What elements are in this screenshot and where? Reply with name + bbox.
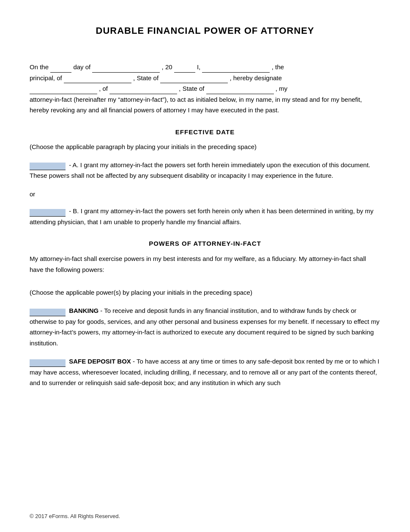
or-text: or <box>30 189 380 200</box>
powers-intro-text: My attorney-in-fact shall exercise power… <box>30 253 380 275</box>
date-field[interactable] <box>92 65 160 73</box>
principal-address-field[interactable] <box>64 76 131 83</box>
day-field[interactable] <box>50 65 71 73</box>
my-text: , my <box>276 85 287 92</box>
effective-date-choose-note: (Choose the applicable paragraph by plac… <box>30 142 380 152</box>
principal-name-field[interactable] <box>202 65 270 73</box>
option-b-text: - B. I grant my attorney-in-fact the pow… <box>30 207 374 225</box>
state-1-field[interactable] <box>160 76 228 83</box>
footer: © 2017 eForms. All Rights Reserved. <box>30 513 120 519</box>
of-day-text: day of <box>73 63 92 71</box>
option-a-block: - A. I grant my attorney-in-fact the pow… <box>30 160 380 181</box>
the-principal-text: , the <box>272 63 284 71</box>
principal-of-text: principal, of <box>30 74 64 81</box>
intro-paragraph: On the day of , 20 I, , the principal, o… <box>30 62 380 116</box>
of-text: , of <box>99 85 109 92</box>
safe-deposit-label: SAFE DEPOSIT BOX <box>69 358 131 365</box>
state-of-2-text: , State of <box>179 85 206 92</box>
initials-field-banking[interactable] <box>30 309 66 316</box>
initials-field-a[interactable] <box>30 163 66 170</box>
safe-deposit-block: SAFE DEPOSIT BOX - To have access at any… <box>30 356 380 388</box>
effective-date-header: EFFECTIVE DATE <box>30 128 380 136</box>
i-text: I, <box>197 63 202 71</box>
year-prefix: , 20 <box>162 63 172 71</box>
document-title: DURABLE FINANCIAL POWER OF ATTORNEY <box>30 25 380 36</box>
powers-choose-note: (Choose the applicable power(s) by placi… <box>30 288 380 298</box>
state-of-1-text: , State of <box>133 74 160 81</box>
initials-field-safe-deposit[interactable] <box>30 359 66 367</box>
initials-field-b[interactable] <box>30 209 66 217</box>
document-page: DURABLE FINANCIAL POWER OF ATTORNEY On t… <box>0 0 410 532</box>
banking-label: BANKING <box>69 307 98 314</box>
option-a-text: - A. I grant my attorney-in-fact the pow… <box>30 161 370 179</box>
designee-address-field[interactable] <box>109 87 177 94</box>
state-2-field[interactable] <box>206 87 274 94</box>
year-field[interactable] <box>174 65 195 73</box>
powers-header: POWERS OF ATTORNEY-IN-FACT <box>30 240 380 247</box>
option-b-block: - B. I grant my attorney-in-fact the pow… <box>30 206 380 227</box>
on-the-text: On the <box>30 63 49 71</box>
copyright-text: © 2017 eForms. All Rights Reserved. <box>30 513 120 519</box>
hereby-designate-text: , hereby designate <box>230 74 282 81</box>
designee-field[interactable] <box>30 87 97 94</box>
banking-block: BANKING - To receive and deposit funds i… <box>30 305 380 348</box>
paragraph-2-text: attorney-in-fact (hereinafter my “attorn… <box>30 96 362 114</box>
